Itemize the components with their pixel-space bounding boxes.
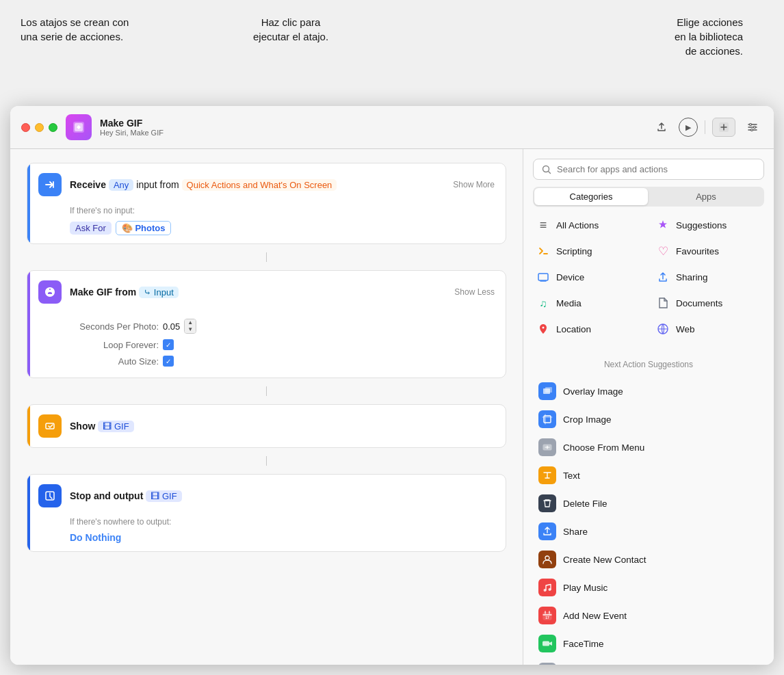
category-all-actions[interactable]: ≡ All Actions <box>533 213 644 237</box>
action-library: Categories Apps ≡ All Actions Suggestion… <box>523 149 774 665</box>
text-label: Text <box>563 471 580 481</box>
location-label: Location <box>556 324 591 334</box>
receive-content: Receive Any input from Quick Actions and… <box>70 179 445 191</box>
make-gif-content: Make GIF from ⤷ Input <box>70 287 446 298</box>
category-media[interactable]: ♫ Media <box>533 291 644 315</box>
make-gif-header: Make GIF from ⤷ Input Show Less <box>27 271 506 313</box>
close-button[interactable] <box>21 123 30 132</box>
list-item-overlay[interactable]: Overlay Image <box>533 378 764 405</box>
search-input[interactable] <box>557 164 755 174</box>
facetime-label: FaceTime <box>563 639 604 649</box>
divider <box>705 120 705 134</box>
seconds-label: Seconds Per Photo: <box>70 321 159 332</box>
stop-icon <box>38 484 62 507</box>
sharing-label: Sharing <box>676 272 708 282</box>
delete-icon <box>538 494 556 512</box>
photos-pill[interactable]: 🎨 Photos <box>116 221 172 235</box>
list-item-crop[interactable]: Crop Image <box>533 406 764 433</box>
title-info: Make GIF Hey Siri, Make GIF <box>100 118 643 137</box>
show-gif-pill[interactable]: 🎞 GIF <box>98 421 133 432</box>
seconds-stepper[interactable]: ▲ ▼ <box>184 319 196 334</box>
category-location[interactable]: Location <box>533 317 644 341</box>
loop-checkbox[interactable]: ✓ <box>163 339 174 350</box>
main-content: Receive Any input from Quick Actions and… <box>10 149 774 665</box>
minimize-button[interactable] <box>35 123 44 132</box>
main-window: Make GIF Hey Siri, Make GIF ▶ <box>10 106 774 665</box>
add-action-button[interactable] <box>712 118 735 137</box>
favourites-label: Favourites <box>676 246 719 256</box>
svg-point-15 <box>545 556 549 560</box>
show-label: Show <box>70 421 95 432</box>
event-icon: 17 <box>538 607 556 624</box>
run-button[interactable]: ▶ <box>679 118 698 137</box>
connector-1 <box>27 252 506 262</box>
svg-rect-6 <box>46 423 54 429</box>
list-item-event[interactable]: 17 Add New Event <box>533 602 764 629</box>
input-pill[interactable]: ⤷ Input <box>139 287 179 298</box>
category-favourites[interactable]: ♡ Favourites <box>653 239 764 263</box>
search-bar[interactable] <box>533 159 764 180</box>
svg-point-3 <box>750 124 752 126</box>
web-label: Web <box>676 324 695 334</box>
svg-rect-9 <box>538 274 548 280</box>
crop-icon <box>538 410 556 428</box>
music-icon <box>538 579 556 596</box>
loop-row: Loop Forever: ✓ <box>70 339 495 350</box>
autosize-row: Auto Size: ✓ <box>70 356 495 367</box>
receive-header: Receive Any input from Quick Actions and… <box>27 163 506 206</box>
all-actions-icon: ≡ <box>536 217 551 233</box>
make-gif-show-less[interactable]: Show Less <box>454 287 495 297</box>
event-label: Add New Event <box>563 611 627 621</box>
seconds-row: Seconds Per Photo: 0.05 ▲ ▼ <box>70 319 495 334</box>
suggestions-label: Suggestions <box>676 220 727 230</box>
receive-show-more[interactable]: Show More <box>453 180 495 189</box>
category-web[interactable]: Web <box>653 317 764 341</box>
category-suggestions[interactable]: Suggestions <box>653 213 764 237</box>
autosize-checkbox[interactable]: ✓ <box>163 356 174 367</box>
action-suggestions-list: Overlay Image Crop Image <box>533 378 764 665</box>
location-icon <box>536 321 551 336</box>
stepper-up[interactable]: ▲ <box>185 319 196 326</box>
category-device[interactable]: Device <box>533 265 644 289</box>
list-item-share[interactable]: Share <box>533 518 764 545</box>
fullscreen-button[interactable] <box>49 123 57 132</box>
ask-for-pill[interactable]: Ask For <box>70 222 112 235</box>
list-item-contact[interactable]: Create New Contact <box>533 546 764 573</box>
autosize-label: Auto Size: <box>70 356 159 367</box>
category-documents[interactable]: Documents <box>653 291 764 315</box>
annotation-center: Haz clic para ejecutar el atajo. <box>253 15 328 44</box>
show-indicator <box>27 405 30 447</box>
stop-gif-pill[interactable]: 🎞 GIF <box>146 490 181 502</box>
overlay-icon <box>538 382 556 400</box>
share-icon <box>538 522 556 540</box>
media-icon: ♫ <box>536 295 551 310</box>
list-item-facetime[interactable]: FaceTime <box>533 630 764 657</box>
menu-icon <box>538 438 556 456</box>
sharing-icon <box>655 269 670 284</box>
connector-line-3 <box>266 456 267 466</box>
annotation-left: Los atajos se crean con una serie de acc… <box>21 15 129 44</box>
list-item-text[interactable]: Text <box>533 462 764 489</box>
do-nothing-button[interactable]: Do Nothing <box>70 532 121 543</box>
share-button[interactable] <box>651 117 672 137</box>
delete-label: Delete File <box>563 499 607 509</box>
action-show: Show 🎞 GIF <box>27 404 506 448</box>
category-sharing[interactable]: Sharing <box>653 265 764 289</box>
stop-content: Stop and output 🎞 GIF <box>70 490 495 502</box>
list-item-menu[interactable]: Choose From Menu <box>533 434 764 461</box>
favourites-icon: ♡ <box>655 243 670 259</box>
stepper-down[interactable]: ▼ <box>185 326 196 333</box>
settings-button[interactable] <box>742 117 763 137</box>
receive-any-pill[interactable]: Any <box>109 179 133 191</box>
svg-rect-20 <box>543 641 549 646</box>
receive-source-pill[interactable]: Quick Actions and What's On Screen <box>182 179 337 191</box>
list-item-delete[interactable]: Delete File <box>533 490 764 517</box>
category-scripting[interactable]: Scripting <box>533 239 644 263</box>
list-item-list[interactable]: List <box>533 658 764 665</box>
list-item-music[interactable]: Play Music <box>533 574 764 601</box>
receive-text: input from <box>136 179 179 190</box>
tab-categories[interactable]: Categories <box>534 188 648 205</box>
tab-apps[interactable]: Apps <box>649 188 763 205</box>
window-subtitle: Hey Siri, Make GIF <box>100 129 643 137</box>
connector-3 <box>27 456 506 466</box>
